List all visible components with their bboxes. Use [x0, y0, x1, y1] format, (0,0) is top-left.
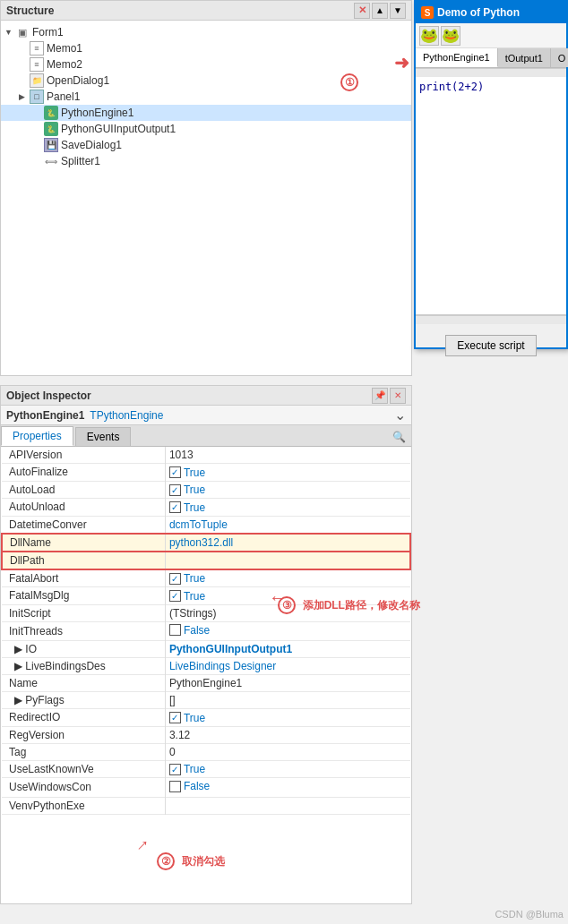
prop-row-venvpythonexe[interactable]: VenvPythonExe — [2, 797, 410, 814]
prop-row-autofinalize[interactable]: AutoFinalize True — [2, 464, 410, 482]
prop-row-apiversion[interactable]: APIVersion 1013 — [2, 447, 410, 464]
checkbox-autounload[interactable]: True — [169, 501, 205, 514]
prop-row-uselastknownve[interactable]: UseLastKnownVe True — [2, 760, 410, 778]
prop-name-initscript: InitScript — [2, 604, 165, 621]
annotation-3: ③ 添加DLL路径，修改名称 — [278, 596, 420, 614]
structure-toolbar: ✕ ▲ ▼ — [354, 3, 406, 19]
prop-name-uselastknownve: UseLastKnownVe — [2, 760, 165, 778]
prop-row-redirectio[interactable]: RedirectIO True — [2, 709, 410, 727]
demo-scroll-horizontal-bottom[interactable] — [416, 315, 566, 324]
demo-python-window: S Demo of Python 🐸 🐸 PythonEngine1 tOutp… — [414, 0, 568, 349]
prop-value-tag: 0 — [165, 743, 410, 760]
prop-row-autoload[interactable]: AutoLoad True — [2, 481, 410, 499]
prop-row-name[interactable]: Name PythonEngine1 — [2, 675, 410, 692]
tree-item-savedialog1[interactable]: 💾 SaveDialog1 — [1, 137, 411, 153]
checkbox-fatalabort[interactable]: True — [169, 572, 205, 585]
prop-name-autofinalize: AutoFinalize — [2, 464, 165, 482]
tree-item-memo2[interactable]: ≡ Memo2 — [1, 56, 411, 73]
prop-row-fatalabort[interactable]: FatalAbort True — [2, 569, 410, 587]
prop-name-autoload: AutoLoad — [2, 481, 165, 499]
checkbox-autofinalize[interactable]: True — [169, 466, 205, 479]
prop-value-io: PythonGUIInputOutput1 — [165, 641, 410, 658]
tree-item-splitter1[interactable]: ⟺ Splitter1 — [1, 153, 411, 169]
tree-label-pythonguiinputoutput1: PythonGUIInputOutput1 — [61, 123, 176, 135]
prop-value-apiversion: 1013 — [165, 447, 410, 464]
tree-arrow-form1: ▼ — [4, 28, 15, 37]
toolbar-up-btn[interactable]: ▲ — [372, 3, 388, 19]
prop-row-datetimeconvert[interactable]: DatetimeConver dcmToTuple — [2, 516, 410, 534]
tree-item-pythonguiinputoutput1[interactable]: 🐍 PythonGUIInputOutput1 — [1, 121, 411, 137]
structure-panel-header: Structure ✕ ▲ ▼ — [1, 1, 411, 21]
demo-content: print(2+2) Execute script — [416, 68, 566, 367]
checkbox-initthreads[interactable]: False — [169, 624, 210, 637]
tree-item-form1[interactable]: ▼ ▣ Form1 — [1, 24, 411, 40]
prop-name-name: Name — [2, 675, 165, 692]
inspector-panel: Object Inspector 📌 ✕ PythonEngine1 TPyth… — [0, 385, 412, 904]
execute-script-btn[interactable]: Execute script — [445, 335, 536, 356]
prop-value-regversion: 3.12 — [165, 726, 410, 743]
demo-window-title: Demo of Python — [437, 6, 520, 19]
checkbox-autoload[interactable]: True — [169, 483, 205, 496]
prop-value-dllname: python312.dll — [165, 534, 410, 552]
demo-tab-toutput[interactable]: tOutput1 — [498, 48, 551, 67]
prop-row-tag[interactable]: Tag 0 — [2, 743, 410, 760]
cb-redirectio-box — [169, 712, 181, 723]
prop-row-usewindowscon[interactable]: UseWindowsCon False — [2, 778, 410, 798]
prop-row-dllname[interactable]: DllName python312.dll — [2, 534, 410, 552]
inspector-search-icon[interactable]: 🔍 — [390, 428, 408, 446]
prop-row-dllpath[interactable]: DllPath — [2, 552, 410, 569]
inspector-title-row: PythonEngine1 TPythonEngine ⌄ — [1, 406, 411, 425]
prop-name-redirectio: RedirectIO — [2, 709, 165, 727]
inspector-close-btn[interactable]: ✕ — [390, 388, 406, 404]
inspector-pin-btn[interactable]: 📌 — [372, 388, 388, 404]
circle-num-1: ① — [340, 73, 358, 91]
checkbox-fatalmsgdlg[interactable]: True — [169, 590, 205, 603]
memo2-icon: ≡ — [30, 57, 44, 72]
prop-row-autounload[interactable]: AutoUnload True — [2, 499, 410, 517]
tree-item-pythonengine1[interactable]: 🐍 PythonEngine1 — [1, 105, 411, 121]
memo1-icon: ≡ — [30, 41, 44, 56]
demo-app-icon: S — [421, 6, 434, 19]
structure-panel-title: Structure — [6, 4, 54, 17]
toolbar-down-btn[interactable]: ▼ — [390, 3, 406, 19]
checkbox-uselastknownve[interactable]: True — [169, 763, 205, 775]
arrow-to-dllname: ← — [269, 587, 287, 608]
prop-row-initthreads[interactable]: InitThreads False — [2, 621, 410, 641]
prop-value-pyflags: [] — [165, 692, 410, 709]
demo-stop-btn[interactable]: 🐸 — [441, 26, 460, 46]
demo-tab-pythonengine[interactable]: PythonEngine1 — [416, 48, 498, 67]
demo-run-btn[interactable]: 🐸 — [419, 26, 439, 46]
frog-stop-icon: 🐸 — [442, 27, 460, 44]
prop-row-pyflags[interactable]: ▶ PyFlags [] — [2, 692, 410, 709]
toolbar-delete-btn[interactable]: ✕ — [354, 3, 370, 19]
demo-code-text: print(2+2) — [419, 81, 484, 93]
demo-code-area[interactable]: print(2+2) — [416, 77, 566, 315]
demo-tab-other[interactable]: O — [551, 48, 568, 67]
demo-toolbar: 🐸 🐸 — [416, 23, 566, 48]
tree-item-memo1[interactable]: ≡ Memo1 — [1, 40, 411, 56]
form-icon: ▣ — [15, 25, 30, 39]
prop-value-datetimeconvert: dcmToTuple — [165, 516, 410, 534]
prop-row-regversion[interactable]: RegVersion 3.12 — [2, 726, 410, 743]
cb-initthreads-box — [169, 624, 181, 636]
prop-name-fatalabort: FatalAbort — [2, 569, 165, 587]
prop-name-dllname: DllName — [2, 534, 165, 552]
prop-value-initthreads: False — [165, 621, 410, 641]
demo-tabs: PythonEngine1 tOutput1 O — [416, 48, 566, 68]
prop-value-usewindowscon: False — [165, 778, 410, 798]
tab-properties[interactable]: Properties — [1, 426, 73, 446]
structure-panel: Structure ✕ ▲ ▼ ▼ ▣ Form1 ≡ Memo1 ≡ Memo… — [0, 0, 412, 376]
tree-label-splitter1: Splitter1 — [61, 155, 100, 167]
prop-row-io[interactable]: ▶ IO PythonGUIInputOutput1 — [2, 641, 410, 658]
prop-value-name: PythonEngine1 — [165, 675, 410, 692]
checkbox-redirectio[interactable]: True — [169, 712, 205, 724]
checkbox-usewindowscon[interactable]: False — [169, 780, 210, 792]
properties-scroll-area[interactable]: APIVersion 1013 AutoFinalize True AutoLo… — [1, 447, 411, 884]
prop-value-fatalabort: True — [165, 569, 410, 587]
prop-row-livebindingsdes[interactable]: ▶ LiveBindingsDes LiveBindings Designer — [2, 658, 410, 675]
demo-scroll-horizontal-top[interactable] — [416, 68, 566, 77]
tree-label-panel1: Panel1 — [47, 90, 80, 103]
tab-events[interactable]: Events — [75, 427, 132, 446]
tree-label-pythonengine1: PythonEngine1 — [61, 107, 133, 119]
cb-autoload-box — [169, 484, 181, 496]
